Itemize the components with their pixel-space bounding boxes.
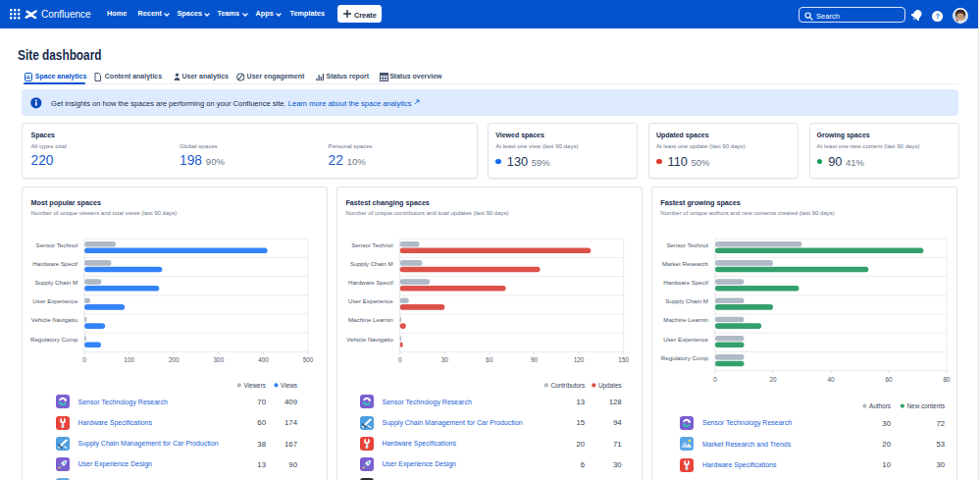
svg-text:30: 30 xyxy=(441,356,449,363)
svg-text:New contents: New contents xyxy=(906,402,945,409)
svg-text:200: 200 xyxy=(169,356,180,363)
svg-text:Viewers: Viewers xyxy=(243,382,266,389)
svg-text:Machine Learnin: Machine Learnin xyxy=(663,316,708,323)
svg-text:Hardware Specif: Hardware Specif xyxy=(348,279,393,286)
svg-text:Supply Chain M: Supply Chain M xyxy=(350,260,393,267)
svg-text:Regulatory Comp: Regulatory Comp xyxy=(30,336,78,343)
svg-text:Hardware Specif: Hardware Specif xyxy=(32,260,77,267)
svg-text:Supply Chain M: Supply Chain M xyxy=(665,297,708,304)
svg-text:300: 300 xyxy=(214,356,225,363)
svg-text:150: 150 xyxy=(618,356,629,363)
svg-text:User Experience: User Experience xyxy=(32,297,77,304)
svg-text:0: 0 xyxy=(398,356,402,363)
svg-text:80: 80 xyxy=(943,376,951,383)
svg-text:Sensor Technol: Sensor Technol xyxy=(36,241,78,248)
svg-text:Supply Chain M: Supply Chain M xyxy=(34,279,77,286)
svg-text:20: 20 xyxy=(769,376,777,383)
svg-text:500: 500 xyxy=(303,356,314,363)
svg-text:User Experience: User Experience xyxy=(663,336,708,343)
svg-text:40: 40 xyxy=(827,376,835,383)
svg-text:Sensor Technol: Sensor Technol xyxy=(666,241,708,248)
svg-text:400: 400 xyxy=(258,356,269,363)
svg-text:Updates: Updates xyxy=(598,382,622,390)
svg-text:Sensor Technol: Sensor Technol xyxy=(351,241,393,248)
svg-text:Machine Learnin: Machine Learnin xyxy=(348,316,393,323)
svg-text:Vehicle Navigatio: Vehicle Navigatio xyxy=(31,316,78,323)
svg-text:Hardware Specif: Hardware Specif xyxy=(663,279,708,286)
svg-text:60: 60 xyxy=(486,356,493,363)
svg-text:Regulatory Comp: Regulatory Comp xyxy=(661,354,709,361)
svg-text:0: 0 xyxy=(82,356,86,363)
svg-text:0: 0 xyxy=(713,376,717,383)
svg-text:Views: Views xyxy=(281,382,297,389)
svg-text:90: 90 xyxy=(531,356,539,363)
svg-text:User Experience: User Experience xyxy=(348,297,393,304)
svg-text:100: 100 xyxy=(124,356,134,363)
svg-text:60: 60 xyxy=(885,376,893,383)
svg-text:Market Research: Market Research xyxy=(662,260,709,267)
svg-text:120: 120 xyxy=(574,356,585,363)
svg-text:Authors: Authors xyxy=(869,402,891,409)
svg-text:Contributors: Contributors xyxy=(550,382,585,389)
svg-text:Vehicle Navigatio: Vehicle Navigatio xyxy=(346,336,393,343)
